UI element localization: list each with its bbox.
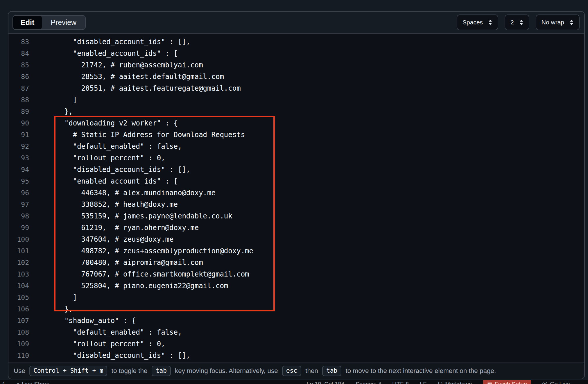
kbd-key: esc	[282, 366, 301, 376]
indent-mode-select[interactable]: Spaces	[457, 15, 498, 30]
code-line: },	[29, 303, 73, 315]
code-line: 498782, # zeus+assemblyproduction@doxy.m…	[29, 245, 253, 257]
code-line: 535159, # james.payne@lendable.co.uk	[29, 210, 232, 222]
code-line: 338852, # heath@doxy.me	[29, 199, 178, 210]
kbd-key: Control + Shift + m	[29, 366, 107, 376]
code-row: 102 700480, # aipromira@gmail.com	[8, 257, 584, 268]
code-line: "disabled_account_ids" : [],	[29, 350, 190, 361]
status-bar: 4⇗Live Share Ln 10, Col 184Spaces: 4UTF-…	[0, 380, 588, 384]
line-number: 85	[8, 59, 29, 71]
hint-text: key moving focus. Alternatively, use	[173, 367, 280, 375]
code-line: # Static IP Address for Download Request…	[29, 129, 245, 141]
code-row: 103 767067, # office.smartkomplekt@gmail…	[8, 268, 584, 280]
problems-count-label: 4	[2, 381, 5, 384]
code-line: "shadow_auto" : {	[29, 315, 136, 326]
live-share-button[interactable]: ⇗Live Share	[15, 380, 50, 384]
language-mode[interactable]: { }Markdown	[438, 380, 472, 384]
edit-preview-toggle: EditPreview	[12, 15, 86, 30]
code-row: 89 },	[8, 106, 584, 117]
line-number: 93	[8, 152, 29, 164]
line-number: 104	[8, 280, 29, 292]
code-line: "enabled_account_ids" : [	[29, 48, 178, 59]
code-line: "disabled_account_ids" : [],	[29, 164, 190, 175]
indent-size-select[interactable]: 2	[505, 15, 529, 30]
line-number: 86	[8, 71, 29, 82]
line-number: 94	[8, 164, 29, 175]
wrap-mode-select[interactable]: No wrap	[536, 15, 580, 30]
code-line: ]	[29, 94, 77, 106]
code-line: 21742, # ruben@assemblyai.com	[29, 59, 203, 71]
code-line: 347604, # zeus@doxy.me	[29, 234, 173, 245]
line-number: 103	[8, 268, 29, 280]
code-row: 95 "enabled_account_ids" : [	[8, 175, 584, 187]
code-row: 108 "default_enabled" : false,	[8, 326, 584, 338]
finish-setup-button[interactable]: ▦Finish Setup	[483, 380, 531, 384]
cursor-position-label: Ln 10, Col 184	[306, 381, 344, 384]
hint-text: then	[304, 367, 320, 375]
kbd-key: tab	[322, 366, 341, 376]
line-number: 95	[8, 175, 29, 187]
indent-size-value: 2	[510, 19, 514, 26]
code-row: 99 61219, # ryan.ohern@doxy.me	[8, 222, 584, 234]
line-number: 87	[8, 82, 29, 94]
tab-preview[interactable]: Preview	[42, 16, 85, 29]
code-line: },	[29, 106, 73, 117]
code-row: 91 # Static IP Address for Download Requ…	[8, 129, 584, 141]
file-editor-panel: EditPreview Spaces2No wrap 83 "disabled_…	[8, 11, 585, 379]
indent-mode-value: Spaces	[462, 19, 483, 26]
code-line: "enabled_account_ids" : [	[29, 175, 178, 187]
chevron-updown-icon	[488, 19, 492, 26]
go-live-button-label: Go Live	[550, 381, 570, 384]
encoding-status[interactable]: UTF-8	[392, 380, 409, 384]
code-line: "default_enabled" : false,	[29, 141, 182, 152]
line-number: 90	[8, 117, 29, 129]
code-row: 83 "disabled_account_ids" : [],	[8, 36, 584, 48]
code-line: "disabled_account_ids" : [],	[29, 36, 190, 48]
broadcast-icon: (•)	[542, 381, 548, 384]
line-number: 84	[8, 48, 29, 59]
problems-count[interactable]: 4	[2, 380, 5, 384]
go-live-button[interactable]: (•)Go Live	[542, 380, 570, 384]
eol-status[interactable]: LF	[420, 380, 426, 384]
wrap-mode-value: No wrap	[542, 19, 564, 26]
line-number: 92	[8, 141, 29, 152]
code-lines: 83 "disabled_account_ids" : [],84 "enabl…	[8, 36, 584, 361]
code-row: 86 28553, # aaitest.default@gmail.com	[8, 71, 584, 82]
line-number: 109	[8, 338, 29, 350]
line-number: 83	[8, 36, 29, 48]
code-line: "default_enabled" : false,	[29, 326, 182, 338]
line-number: 102	[8, 257, 29, 268]
code-line: 700480, # aipromira@gmail.com	[29, 257, 203, 268]
cursor-position[interactable]: Ln 10, Col 184	[306, 380, 344, 384]
code-row: 85 21742, # ruben@assemblyai.com	[8, 59, 584, 71]
editor-settings: Spaces2No wrap	[457, 15, 580, 30]
finish-setup-button-label: Finish Setup	[495, 381, 527, 384]
line-number: 88	[8, 94, 29, 106]
kbd-key: tab	[152, 366, 171, 376]
code-editor[interactable]: 83 "disabled_account_ids" : [],84 "enabl…	[8, 34, 584, 363]
code-row: 106 },	[8, 303, 584, 315]
code-row: 93 "rollout_percent" : 0,	[8, 152, 584, 164]
setup-icon: ▦	[487, 381, 492, 384]
line-number: 105	[8, 292, 29, 303]
hint-text: to toggle the	[110, 367, 149, 375]
code-row: 94 "disabled_account_ids" : [],	[8, 164, 584, 175]
line-number: 98	[8, 210, 29, 222]
braces-icon: { }	[438, 381, 443, 384]
chevron-updown-icon	[569, 19, 574, 26]
code-row: 90 "downloading_v2_worker" : {	[8, 117, 584, 129]
line-number: 108	[8, 326, 29, 338]
code-line: 525804, # piano.eugenia22@gmail.com	[29, 280, 228, 292]
code-row: 88 ]	[8, 94, 584, 106]
code-row: 104 525804, # piano.eugenia22@gmail.com	[8, 280, 584, 292]
indent-status[interactable]: Spaces: 4	[355, 380, 381, 384]
tab-edit[interactable]: Edit	[13, 16, 42, 29]
code-row: 105 ]	[8, 292, 584, 303]
code-line: 28551, # aaitest.featuregate@gmail.com	[29, 82, 241, 94]
code-row: 87 28551, # aaitest.featuregate@gmail.co…	[8, 82, 584, 94]
live-share-icon: ⇗	[15, 381, 19, 384]
code-row: 97 338852, # heath@doxy.me	[8, 199, 584, 210]
line-number: 107	[8, 315, 29, 326]
code-line: 767067, # office.smartkomplekt@gmail.com	[29, 268, 249, 280]
line-number: 96	[8, 187, 29, 199]
